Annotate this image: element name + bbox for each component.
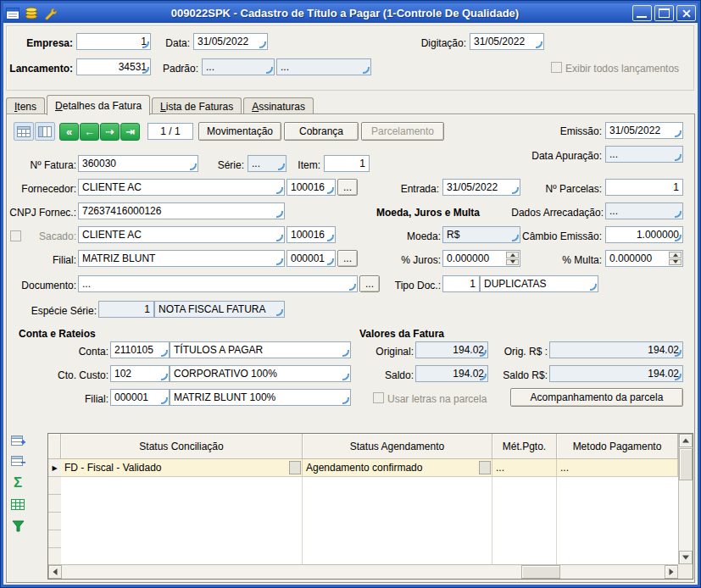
serie-field[interactable]: ... xyxy=(248,155,287,172)
digitacao-field[interactable]: 31/05/2022 xyxy=(470,33,544,50)
grid-export-button[interactable] xyxy=(8,496,27,513)
tab-itens[interactable]: Itens xyxy=(6,97,45,114)
parcelas-field[interactable]: 1 xyxy=(605,179,683,196)
orig-rs-field[interactable]: 194.02 xyxy=(549,341,683,358)
sum-button[interactable]: Σ xyxy=(8,474,27,491)
nav-first-button[interactable]: « xyxy=(59,123,79,141)
conta-desc-field[interactable]: TÍTULOS A PAGAR xyxy=(170,341,351,358)
padrao-field-1[interactable]: ... xyxy=(202,58,275,75)
minimize-button[interactable] xyxy=(632,5,652,21)
tab-assinaturas[interactable]: Assinaturas xyxy=(243,97,314,114)
scroll-right-button[interactable] xyxy=(665,565,678,579)
especie-serie-code-field[interactable]: 1 xyxy=(98,301,154,318)
emissao-field[interactable]: 31/05/2022 xyxy=(605,122,683,139)
saldo-label: Saldo: xyxy=(363,367,414,384)
tipo-doc-code-field[interactable]: 1 xyxy=(442,275,480,292)
vertical-scrollbar[interactable] xyxy=(678,434,693,564)
juros-spinner[interactable] xyxy=(506,252,519,265)
cnpj-field[interactable]: 72637416000126 xyxy=(78,202,285,219)
window-controls xyxy=(632,5,696,21)
cell-dropdown-button[interactable] xyxy=(289,461,301,474)
filial-browse-button[interactable]: ... xyxy=(337,250,358,267)
n-fatura-field[interactable]: 360030 xyxy=(78,155,198,172)
form-icon[interactable] xyxy=(5,7,20,20)
especie-serie-desc-field[interactable]: NOTA FISCAL FATURA xyxy=(154,301,285,318)
filial-rateio-code-field[interactable]: 000001 xyxy=(110,389,170,406)
form-view-button[interactable] xyxy=(35,122,55,141)
entrada-field[interactable]: 31/05/2022 xyxy=(442,179,520,196)
sacado-checkbox[interactable] xyxy=(10,230,21,241)
cell-text: Agendamento confirmado xyxy=(306,462,422,474)
cell-status-conciliacao[interactable]: FD - Fiscal - Validado xyxy=(61,459,303,477)
nav-next-button[interactable]: ⇢ xyxy=(100,123,120,141)
vertical-scroll-thumb[interactable] xyxy=(679,448,693,480)
spin-up-icon[interactable] xyxy=(669,252,682,258)
column-header-status-agendamento[interactable]: Status Agendamento xyxy=(303,434,492,459)
horizontal-scrollbar[interactable] xyxy=(48,564,678,579)
filial-field[interactable]: MATRIZ BLUNT xyxy=(78,250,285,267)
acompanhamento-button[interactable]: Acompanhamento da parcela xyxy=(510,388,683,407)
maximize-button[interactable] xyxy=(654,5,674,21)
close-button[interactable] xyxy=(676,5,696,21)
grid-view-button[interactable] xyxy=(14,122,34,141)
nav-last-button[interactable]: ⇥ xyxy=(120,123,140,141)
fornecedor-browse-button[interactable]: ... xyxy=(337,179,358,196)
conta-code-field[interactable]: 2110105 xyxy=(110,341,170,358)
movimentacao-button[interactable]: Movimentação xyxy=(198,122,281,141)
empresa-field[interactable]: 1 xyxy=(76,33,151,50)
lancamento-field[interactable]: 34531 xyxy=(76,58,151,75)
scroll-down-button[interactable] xyxy=(679,551,693,564)
cobranca-button[interactable]: Cobrança xyxy=(284,122,359,141)
grid-row-selected[interactable]: FD - Fiscal - Validado Agendamento confi… xyxy=(61,459,678,477)
moeda-field[interactable]: R$ xyxy=(442,226,520,243)
cell-dropdown-button[interactable] xyxy=(479,461,491,474)
filial-code-field[interactable]: 000001 xyxy=(287,250,336,267)
row-insert-button[interactable] xyxy=(8,433,27,450)
column-header-metodo-pagamento[interactable]: Metodo Pagamento xyxy=(557,434,678,459)
tab-detalhes-da-fatura[interactable]: Detalhes da Fatura xyxy=(47,95,150,115)
column-header-status-conciliacao[interactable]: Status Conciliação xyxy=(61,434,303,459)
item-field[interactable]: 1 xyxy=(324,155,370,172)
cto-custo-code-field[interactable]: 102 xyxy=(110,365,170,382)
cell-met-pgto[interactable]: ... xyxy=(492,459,557,477)
horizontal-scroll-thumb[interactable] xyxy=(521,565,560,579)
data-field[interactable]: 31/05/2022 xyxy=(193,33,268,50)
fornecedor-code-field[interactable]: 100016 xyxy=(287,179,336,196)
spin-down-icon[interactable] xyxy=(669,259,682,266)
tipo-doc-desc-field[interactable]: DUPLICATAS xyxy=(480,275,598,292)
cambio-emissao-field[interactable]: 1.000000 xyxy=(605,226,683,243)
cto-custo-desc-field[interactable]: CORPORATIVO 100% xyxy=(170,365,351,382)
scroll-left-button[interactable] xyxy=(48,565,62,579)
parcelas-label: Nº Parcelas: xyxy=(536,180,602,197)
documento-browse-button[interactable]: ... xyxy=(359,275,380,292)
parcelamento-button[interactable]: Parcelamento xyxy=(361,122,444,141)
nav-prev-button[interactable]: ← xyxy=(80,123,99,141)
saldo-field[interactable]: 194.02 xyxy=(415,365,488,382)
cell-metodo-pagamento[interactable]: ... xyxy=(557,459,678,477)
filter-button[interactable] xyxy=(8,518,27,535)
row-delete-button[interactable] xyxy=(8,453,27,470)
original-field[interactable]: 194.02 xyxy=(415,341,488,358)
multa-field[interactable]: 0.000000 xyxy=(605,250,683,267)
scroll-up-button[interactable] xyxy=(679,434,693,447)
juros-field[interactable]: 0.000000 xyxy=(442,250,520,267)
dados-arrecadacao-field[interactable]: ... xyxy=(605,202,683,219)
tab-lista-de-faturas[interactable]: Lista de Faturas xyxy=(152,97,242,114)
column-header-met-pgto[interactable]: Mét.Pgto. xyxy=(492,434,557,459)
usar-letras-checkbox[interactable] xyxy=(373,392,384,403)
data-apuracao-field[interactable]: ... xyxy=(605,146,683,163)
spin-up-icon[interactable] xyxy=(506,252,519,258)
filial-rateio-desc-field[interactable]: MATRIZ BLUNT 100% xyxy=(170,389,351,406)
sacado-code-field[interactable]: 100016 xyxy=(287,226,336,243)
spin-down-icon[interactable] xyxy=(506,259,519,266)
fornecedor-field[interactable]: CLIENTE AC xyxy=(78,179,285,196)
coins-icon[interactable] xyxy=(24,7,39,20)
wrench-icon[interactable] xyxy=(42,7,58,20)
multa-spinner[interactable] xyxy=(669,252,682,265)
sacado-field[interactable]: CLIENTE AC xyxy=(78,226,285,243)
padrao-field-2[interactable]: ... xyxy=(276,58,371,75)
cell-status-agendamento[interactable]: Agendamento confirmado xyxy=(303,459,492,477)
saldo-rs-field[interactable]: 194.02 xyxy=(549,365,683,382)
documento-field[interactable]: ... xyxy=(78,275,358,292)
exibir-todos-checkbox[interactable] xyxy=(551,62,562,73)
